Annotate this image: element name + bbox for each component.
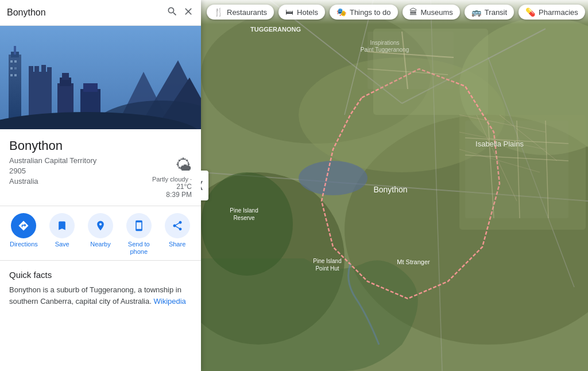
directions-button[interactable]: Directions — [6, 213, 41, 256]
directions-icon — [11, 213, 36, 238]
svg-rect-16 — [41, 65, 46, 78]
filter-chip-museums[interactable]: 🏛Museums — [403, 5, 460, 20]
place-name: Bonython — [9, 138, 192, 153]
quick-facts-text: Bonython is a suburb of Tuggeranong, a t… — [9, 284, 192, 307]
send-to-phone-button[interactable]: Send to phone — [122, 213, 156, 256]
chip-icon-restaurants: 🍴 — [214, 7, 223, 17]
svg-text:Mt Stranger: Mt Stranger — [397, 258, 430, 265]
svg-point-40 — [201, 172, 293, 276]
search-icon[interactable] — [167, 6, 178, 20]
collapse-sidebar-button[interactable] — [201, 171, 208, 200]
wikipedia-link[interactable]: Wikipedia — [153, 297, 185, 306]
chip-label-pharmacies: Pharmacies — [539, 8, 578, 17]
send-to-phone-icon — [126, 213, 152, 238]
address-line3: Australia — [9, 177, 38, 186]
share-button[interactable]: Share — [160, 213, 195, 256]
nearby-icon — [88, 213, 113, 238]
svg-rect-15 — [34, 66, 39, 75]
save-icon — [49, 213, 75, 238]
svg-rect-17 — [47, 67, 52, 78]
svg-rect-9 — [10, 67, 13, 69]
svg-rect-11 — [10, 74, 13, 76]
chip-label-museums: Museums — [421, 8, 453, 17]
svg-text:Point Hut: Point Hut — [315, 265, 339, 272]
weather-temperature: 21°C — [176, 183, 192, 191]
chip-label-transit: Transit — [485, 8, 507, 17]
svg-rect-7 — [10, 60, 13, 63]
quick-facts-title: Quick facts — [9, 270, 192, 280]
nearby-label: Nearby — [90, 241, 110, 248]
send-to-phone-label: Send to phone — [122, 241, 156, 256]
svg-text:Reserve: Reserve — [233, 215, 255, 221]
weather-icon: 🌤 — [176, 156, 192, 175]
chip-icon-transit: 🚌 — [471, 7, 481, 17]
nearby-button[interactable]: Nearby — [83, 213, 118, 256]
svg-rect-57 — [368, 32, 454, 89]
place-address: Australian Capital Territory 2905 Austra… — [9, 156, 152, 187]
filter-chip-transit[interactable]: 🚌Transit — [465, 5, 514, 20]
svg-rect-22 — [83, 83, 98, 92]
svg-text:TUGGERANONG: TUGGERANONG — [250, 26, 301, 33]
sidebar: Bonython Australian Capital Territory 29… — [0, 0, 201, 371]
chip-label-things-to-do: Things to do — [350, 8, 391, 17]
svg-text:Bonython: Bonython — [373, 185, 407, 194]
close-icon[interactable] — [183, 6, 194, 20]
map-area[interactable]: 🍴Restaurants🛏Hotels🎭Things to do🏛Museums… — [201, 0, 588, 371]
info-row: Australian Capital Territory 2905 Austra… — [9, 156, 192, 199]
chip-icon-things-to-do: 🎭 — [336, 7, 346, 17]
weather-block: 🌤 Partly cloudy · 21°C 8:39 PM — [152, 156, 192, 199]
address-block: Australian Capital Territory 2905 Austra… — [9, 156, 152, 187]
info-section: Bonython Australian Capital Territory 29… — [0, 129, 201, 206]
chip-label-hotels: Hotels — [297, 8, 318, 17]
address-line1: Australian Capital Territory — [9, 156, 96, 165]
actions-bar: Directions Save Nearby — [0, 206, 201, 261]
chip-icon-pharmacies: 💊 — [525, 7, 535, 17]
svg-point-39 — [299, 161, 368, 195]
filter-chip-pharmacies[interactable]: 💊Pharmacies — [519, 5, 585, 20]
filter-chip-things-to-do[interactable]: 🎭Things to do — [330, 5, 398, 20]
svg-rect-8 — [14, 60, 17, 63]
save-label: Save — [55, 241, 69, 248]
share-label: Share — [169, 241, 185, 248]
quick-facts-section: Quick facts Bonython is a suburb of Tugg… — [0, 261, 201, 316]
weather-description: Partly cloudy · — [152, 176, 192, 183]
share-icon — [165, 213, 190, 238]
chip-label-restaurants: Restaurants — [227, 8, 267, 17]
weather-time: 8:39 PM — [166, 191, 192, 199]
chip-icon-hotels: 🛏 — [285, 7, 293, 17]
filter-chip-hotels[interactable]: 🛏Hotels — [278, 5, 325, 20]
map-satellite[interactable]: TUGGERANONG Bonython Isabella Plains Pin… — [201, 0, 588, 371]
hero-image — [0, 26, 201, 129]
svg-rect-14 — [29, 66, 33, 78]
svg-text:Pine Island: Pine Island — [230, 207, 258, 214]
svg-text:Pine Island: Pine Island — [313, 258, 341, 264]
filter-chip-restaurants[interactable]: 🍴Restaurants — [207, 5, 274, 20]
directions-label: Directions — [10, 241, 38, 248]
save-button[interactable]: Save — [45, 213, 79, 256]
search-input[interactable] — [7, 7, 162, 18]
address-line2: 2905 — [9, 167, 26, 175]
svg-rect-12 — [14, 74, 17, 76]
filter-bar: 🍴Restaurants🛏Hotels🎭Things to do🏛Museums… — [201, 0, 588, 24]
svg-rect-6 — [14, 46, 16, 55]
svg-rect-20 — [62, 73, 69, 80]
chip-icon-museums: 🏛 — [409, 7, 417, 17]
svg-rect-10 — [14, 67, 17, 69]
search-bar — [0, 0, 201, 26]
